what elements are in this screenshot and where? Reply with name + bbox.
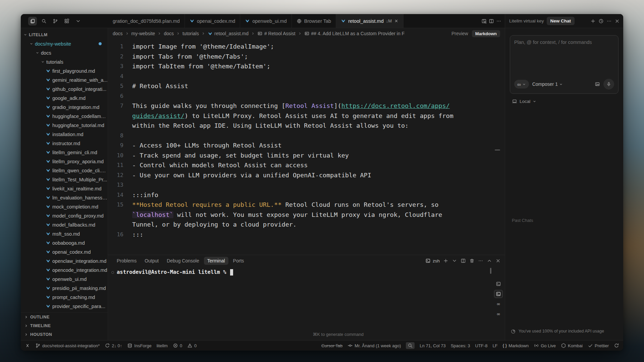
close-panel-icon[interactable] [495,258,501,263]
terminal-profile-chevron-icon[interactable] [452,258,457,263]
status-litellm[interactable]: litellm [157,343,168,348]
editor-line[interactable]: Tunnel, or by deploying to a cloud provi… [108,220,505,230]
chat-more-icon[interactable] [606,18,612,24]
breadcrumb-item-docs[interactable]: docs [164,31,174,36]
editor-line[interactable]: 8 [108,131,505,141]
preview-button[interactable]: Preview [451,31,468,36]
file-instructor-md[interactable]: instructor.md [21,139,108,148]
breadcrumb-item-docs[interactable]: docs [113,31,123,36]
file-litellm-test-multiple-pr[interactable]: litellm_Test_Multiple_Pr... [21,175,108,184]
status-remote[interactable] [25,343,30,348]
editor-line[interactable]: 1import Image from '@theme/IdealImage'; [108,42,505,52]
tab-openai-codex-md[interactable]: openai_codex.md [185,14,240,28]
status-ln-71-col-73[interactable]: Ln 71, Col 73 [420,343,445,348]
rail-terminal-button[interactable] [494,290,503,298]
panel-tab-ports[interactable]: Ports [230,257,248,265]
breadcrumb-item-my-website[interactable]: my-website [131,31,155,36]
editor-line[interactable]: 12- Use your own LLM providers via a uni… [108,170,505,180]
terminal-body[interactable]: astrodevil@Astro-Mac-mini litellm % ⌘K t… [108,266,505,340]
rail-infinity-button[interactable]: ∞ [494,300,503,308]
file-litellm-gemini-cli-md[interactable]: litellm_gemini_cli.md [21,148,108,157]
file-model-fallbacks-md[interactable]: model_fallbacks.md [21,220,108,229]
file-first-playground-md[interactable]: first_playground.md [21,66,108,75]
tab-close-icon[interactable] [394,19,398,23]
split-terminal-icon[interactable] [461,258,466,263]
file-oobabooga-md[interactable]: oobabooga.md [21,238,108,247]
new-chat-plus-icon[interactable] [590,18,596,24]
editor-line[interactable]: 6 [108,91,505,101]
split-search-icon[interactable] [481,18,487,24]
status-refresh[interactable] [614,343,619,348]
agent-mode-selector[interactable]: ∞ [514,80,529,88]
file-litellm-proxy-aporia-md[interactable]: litellm_proxy_aporia.md [21,157,108,166]
file-gemini-realtime-with-a[interactable]: gemini_realtime_with_a... [21,75,108,84]
maximize-panel-icon[interactable] [487,258,492,263]
editor-line[interactable]: 13 [108,180,505,190]
status-go-live[interactable]: Go Live [534,343,556,348]
file-huggingface-tutorial-md[interactable]: huggingface_tutorial.md [21,121,108,130]
panel-tab-debug-console[interactable]: Debug Console [163,257,203,265]
status-cursor-tab[interactable]: Cursor Tab [321,343,342,348]
tab-openweb-ui-md[interactable]: openweb_ui.md [240,14,291,28]
past-chats-label[interactable]: Past Chats [512,218,623,223]
tab-gration-doc-d075fd58-plan-md[interactable]: gration_doc_d075fd58.plan.md [108,14,185,28]
rail-terminal-button[interactable] [494,280,503,288]
activity-search-button[interactable] [40,17,48,25]
editor-line[interactable]: within the Retool app IDE. Using LiteLLM… [108,121,505,131]
section-houston[interactable]: HOUSTON [21,330,108,339]
status-0[interactable]: 0 [187,343,197,348]
file-installation-md[interactable]: installation.md [21,130,108,139]
file-gradio-integration-md[interactable]: gradio_integration.md [21,103,108,112]
editor-line[interactable]: 14:::info [108,190,505,200]
project-header[interactable]: LITELLM [21,30,108,39]
ellipsis-icon[interactable] [496,18,501,24]
split-icon[interactable] [489,18,494,24]
file-opencode-integration-md[interactable]: opencode_integration.md [21,265,108,275]
tab-browser-tab[interactable]: Browser Tab [292,14,336,28]
status-spaces-3[interactable]: Spaces: 3 [451,343,470,348]
status-utf-8[interactable]: UTF-8 [475,343,488,348]
new-terminal-icon[interactable] [443,258,448,263]
section-timeline[interactable]: TIMELINE [21,321,108,330]
file-prompt-caching-md[interactable]: prompt_caching.md [21,293,108,302]
breadcrumb-item-retool-assist-md[interactable]: retool_assist.md [208,31,249,36]
panel-tab-output[interactable]: Output [141,257,162,265]
folder-docs[interactable]: docs [21,48,108,57]
file-google-adk-md[interactable]: google_adk.md [21,94,108,103]
file-litellm-qwen-code-cli-md[interactable]: litellm_qwen_code_cli.md [21,166,108,175]
status-insforge[interactable]: InsForge [127,343,151,348]
file-msft-sso-md[interactable]: msft_sso.md [21,229,108,238]
chat-history-icon[interactable] [598,18,604,24]
editor-line[interactable]: 3import TabItem from '@theme/TabItem'; [108,61,505,71]
status-search[interactable] [406,342,415,349]
file-provider-specific-para[interactable]: provider_specific_para... [21,302,108,311]
editor-line[interactable]: 5# Retool Assist [108,81,505,91]
kill-terminal-icon[interactable] [469,258,475,263]
folder-tutorials[interactable]: tutorials [21,57,108,66]
file-github-copilot-integrati[interactable]: github_copilot_integrati... [21,84,108,94]
folder-docs-my-website[interactable]: docs/my-website [21,39,108,48]
status-2-0[interactable]: 2↓ 0↑ [105,343,122,348]
terminal-more-icon[interactable] [478,258,483,263]
editor-line[interactable]: 16::: [108,230,505,240]
chat-tab-new-chat[interactable]: New Chat [547,17,575,25]
editor-line[interactable]: 10- Track spend and usage, set budget li… [108,150,505,161]
breadcrumb-item-tutorials[interactable]: tutorials [182,31,199,36]
status-markdown[interactable]: { }Markdown [503,343,529,348]
activity-chevron-down-button[interactable] [74,17,83,25]
tab-retool-assist-md[interactable]: retool_assist.md↓M [336,14,404,28]
editor-line[interactable]: 2import Tabs from '@theme/Tabs'; [108,52,505,62]
editor-line[interactable]: guides/assist/) to LiteLLM Proxy. Retool… [108,111,505,121]
file-openweb-ui-md[interactable]: openweb_ui.md [21,275,108,284]
file-mock-completion-md[interactable]: mock_completion.md [21,202,108,211]
editor-line[interactable]: 7This guide walks you through connecting… [108,101,505,111]
status-lf[interactable]: LF [492,343,497,348]
editor-line[interactable]: 9- Access 100+ LLMs through Retool Assis… [108,140,505,150]
status-docs-retool-assist-integration[interactable]: docs/retool-assist-integration* [35,343,100,348]
activity-files-button[interactable] [28,17,37,25]
file-presidio-pii-masking-md[interactable]: presidio_pii_masking.md [21,284,108,293]
environment-selector[interactable]: Local [512,99,623,104]
editor-pane[interactable]: 1import Image from '@theme/IdealImage';2… [108,39,505,255]
voice-input-button[interactable] [603,79,614,89]
status-kombai[interactable]: Kombai [561,343,583,348]
